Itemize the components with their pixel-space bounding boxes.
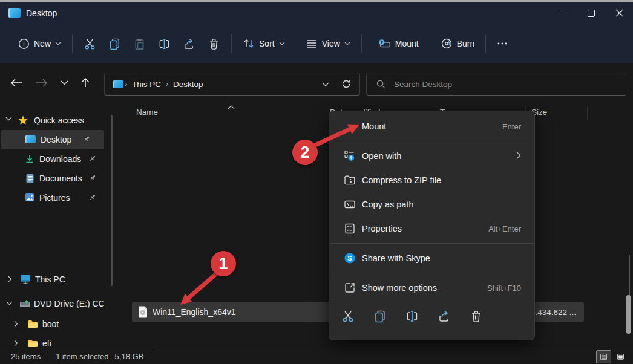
rename-icon: [405, 310, 419, 323]
breadcrumb-desktop[interactable]: Desktop: [169, 77, 207, 91]
address-dropdown-button[interactable]: [320, 80, 332, 89]
sidebar-item-label: Documents: [39, 174, 82, 183]
rename-button[interactable]: [152, 33, 177, 55]
share-button[interactable]: [436, 308, 452, 324]
rename-button[interactable]: [404, 308, 420, 324]
column-header-name[interactable]: Name: [136, 108, 158, 117]
forward-arrow-icon: [35, 78, 48, 88]
copy-button[interactable]: [102, 33, 127, 55]
menu-divider: [330, 273, 533, 273]
sort-ascending-icon: [228, 102, 235, 111]
new-button[interactable]: New: [12, 33, 67, 54]
menu-item-properties[interactable]: Properties Alt+Enter: [329, 216, 534, 241]
items-count: 25 items: [11, 352, 41, 361]
close-button[interactable]: [605, 2, 633, 24]
paste-button[interactable]: [127, 33, 152, 55]
cut-button[interactable]: [77, 33, 102, 55]
delete-icon: [470, 310, 483, 323]
toolbar-separator: [72, 34, 73, 53]
sidebar-item-documents[interactable]: Documents: [0, 169, 110, 188]
sidebar-item-dvd-drive[interactable]: DVD Drive (E:) CC: [0, 294, 110, 313]
maximize-button[interactable]: [577, 2, 605, 24]
up-button[interactable]: [78, 75, 93, 91]
menu-item-shortcut: Alt+Enter: [488, 224, 521, 233]
search-input[interactable]: [393, 79, 595, 89]
view-button[interactable]: View: [300, 33, 356, 54]
submenu-arrow-icon: [516, 151, 521, 161]
back-arrow-icon: [10, 78, 23, 88]
desktop-folder-icon: [25, 135, 36, 143]
window-controls: [549, 2, 633, 24]
back-button[interactable]: [7, 76, 25, 90]
chevron-down-icon: [344, 42, 350, 45]
folder-icon: [27, 339, 38, 348]
toolbar-separator: [231, 34, 232, 53]
pin-icon: [88, 174, 97, 184]
sort-button[interactable]: Sort: [237, 33, 291, 54]
minimize-button[interactable]: [549, 2, 577, 24]
open-with-icon: [344, 150, 356, 162]
menu-item-label: Mount: [362, 122, 502, 131]
menu-icon-placeholder: [344, 120, 356, 132]
sidebar-item-downloads[interactable]: Downloads: [0, 149, 110, 169]
sidebar-item-label: Desktop: [41, 135, 71, 145]
sidebar-item-desktop[interactable]: Desktop: [1, 130, 104, 149]
file-size: 5.434.622 ...: [531, 308, 576, 317]
selection-count: 1 item selected: [56, 352, 108, 361]
cut-button[interactable]: [340, 308, 356, 324]
sidebar-item-boot[interactable]: boot: [0, 314, 110, 334]
column-separator[interactable]: [587, 107, 588, 120]
scrollbar-thumb[interactable]: [626, 295, 631, 334]
sidebar-item-label: efi: [42, 339, 51, 348]
menu-item-share-with-skype[interactable]: S Share with Skype: [329, 246, 534, 270]
menu-divider: [330, 141, 533, 141]
details-view-button[interactable]: [596, 350, 611, 363]
star-icon: [18, 115, 28, 126]
sidebar-item-this-pc[interactable]: This PC: [0, 270, 110, 289]
forward-button[interactable]: [33, 76, 51, 90]
chevron-right-icon: [8, 276, 12, 282]
delete-button[interactable]: [468, 308, 484, 324]
menu-item-show-more-options[interactable]: Show more options Shift+F10: [329, 276, 534, 300]
folder-icon: [27, 320, 38, 328]
sidebar-item-quick-access[interactable]: Quick access: [0, 111, 110, 130]
address-bar[interactable]: › This PC › Desktop: [104, 73, 360, 96]
pin-icon: [88, 154, 97, 164]
annotation-number: 2: [300, 143, 309, 162]
cut-icon: [84, 37, 96, 50]
large-icons-view-button[interactable]: [613, 350, 628, 363]
see-more-button[interactable]: [491, 33, 514, 54]
status-separator: [48, 353, 48, 360]
search-box: [366, 73, 626, 96]
sidebar-item-label: Quick access: [34, 115, 84, 125]
menu-item-label: Open with: [362, 151, 516, 161]
sidebar-item-efi[interactable]: efi: [0, 334, 110, 348]
skype-icon: S: [344, 252, 356, 264]
breadcrumb-this-pc[interactable]: This PC: [128, 77, 165, 91]
menu-item-mount[interactable]: Mount Enter: [329, 114, 534, 138]
copy-button[interactable]: [372, 308, 388, 324]
menu-item-open-with[interactable]: Open with: [329, 144, 534, 168]
sidebar-item-pictures[interactable]: Pictures: [0, 188, 110, 207]
menu-item-compress-zip[interactable]: Compress to ZIP file: [329, 168, 534, 192]
scrollbar-track[interactable]: [629, 255, 630, 297]
chevron-down-icon: [322, 82, 329, 86]
annotation-number: 1: [218, 255, 228, 273]
column-separator[interactable]: [326, 107, 326, 120]
breadcrumb-chevron-icon: ›: [165, 80, 169, 88]
menu-item-shortcut: Shift+F10: [487, 284, 521, 293]
delete-button[interactable]: [202, 33, 226, 55]
paste-icon: [133, 37, 146, 50]
chevron-down-icon: [61, 80, 68, 85]
sidebar-item-label: This PC: [35, 275, 65, 284]
mount-button[interactable]: Mount: [372, 33, 425, 54]
recent-locations-button[interactable]: [58, 78, 71, 88]
menu-item-copy-as-path[interactable]: Copy as path: [329, 192, 534, 216]
burn-button[interactable]: Burn: [435, 33, 481, 54]
annotation-step-1: 1: [211, 251, 236, 276]
rename-icon: [158, 37, 171, 50]
share-button[interactable]: [177, 33, 202, 55]
sidebar-item-label: boot: [42, 319, 59, 329]
refresh-button[interactable]: [339, 77, 353, 91]
sidebar-scrollbar[interactable]: [111, 115, 113, 286]
